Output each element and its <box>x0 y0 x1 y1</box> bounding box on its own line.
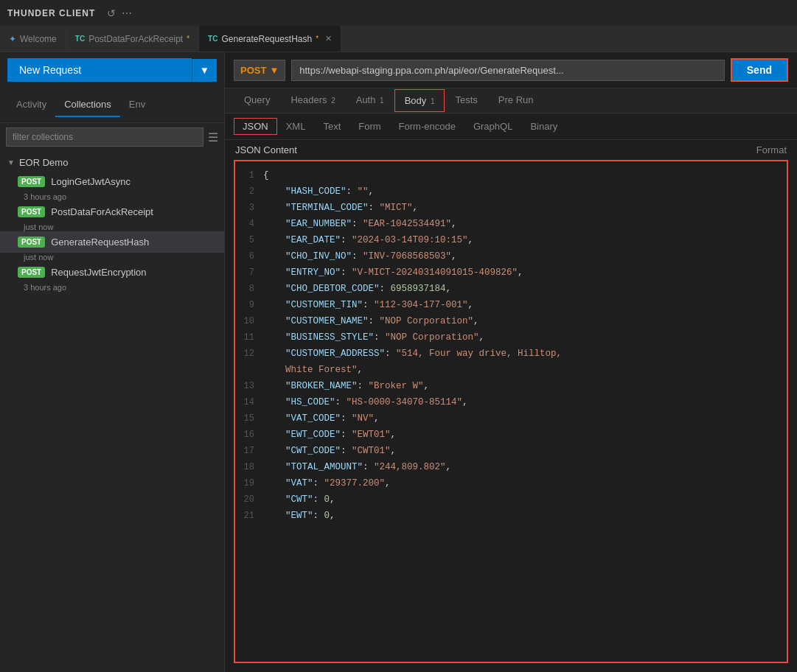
json-line: 17 "CWT_CODE": "CWT01", <box>235 443 787 459</box>
title-bar: THUNDER CLIENT ↺ ⋯ <box>0 0 797 26</box>
json-line: 1 { <box>235 167 787 183</box>
method-label: POST <box>240 65 266 76</box>
sidebar-item-activity[interactable]: Activity <box>7 93 55 117</box>
title-bar-icons: ↺ ⋯ <box>107 7 132 19</box>
json-line: 12 "CUSTOMER_ADDRESS": "514, Four way dr… <box>235 346 787 378</box>
auth-badge: 1 <box>380 97 384 105</box>
json-header: JSON Content Format <box>225 140 797 160</box>
new-request-button[interactable]: New Request <box>7 58 192 82</box>
json-line: 16 "EWT_CODE": "EWT01", <box>235 427 787 443</box>
collection-item-login[interactable]: POST LoginGetJwtAsync <box>0 171 224 192</box>
collections-list: ▼ EOR Demo POST LoginGetJwtAsync 3 hours… <box>0 151 224 672</box>
url-input[interactable] <box>291 60 724 81</box>
url-bar: POST ▼ Send <box>225 52 797 88</box>
item-time-generate: just now <box>0 253 224 262</box>
json-line: 13 "BROKER_NAME": "Broker W", <box>235 378 787 394</box>
json-line: 18 "TOTAL_AMOUNT": "244,809.802", <box>235 459 787 475</box>
app-title: THUNDER CLIENT <box>7 8 95 18</box>
json-line: 15 "VAT_CODE": "NV", <box>235 410 787 427</box>
tab-generate-modified: * <box>316 35 319 43</box>
json-line: 4 "EAR_NUMBER": "EAR-1042534491", <box>235 216 787 232</box>
json-line: 9 "CUSTOMER_TIN": "112-304-177-001", <box>235 297 787 313</box>
tab-generate-close[interactable]: ✕ <box>325 34 332 43</box>
send-button[interactable]: Send <box>731 58 788 82</box>
method-badge-postdata: POST <box>18 206 45 217</box>
tab-generate-label: GenerateRequestHash <box>221 34 312 44</box>
list-item[interactable]: POST PostDataForAckReceipt just now <box>0 201 224 231</box>
json-line: 7 "ENTRY_NO": "V-MICT-20240314091015-409… <box>235 265 787 281</box>
json-content-title: JSON Content <box>235 144 297 155</box>
sidebar-item-collections[interactable]: Collections <box>55 93 120 117</box>
body-tab-xml[interactable]: XML <box>277 118 315 135</box>
item-label-postdata: PostDataForAckReceipt <box>51 206 153 217</box>
body-tab-text[interactable]: Text <box>314 118 349 135</box>
collection-group-name: EOR Demo <box>19 157 68 168</box>
json-line: 6 "CHO_INV_NO": "INV-7068568503", <box>235 248 787 265</box>
sidebar-item-env[interactable]: Env <box>120 93 154 117</box>
body-badge: 1 <box>431 97 435 105</box>
tab-postdata-modified: * <box>187 35 189 43</box>
tab-headers[interactable]: Headers 2 <box>280 88 345 113</box>
tab-tests[interactable]: Tests <box>445 88 487 113</box>
filter-collections-input[interactable] <box>6 127 203 147</box>
main-layout: New Request ▼ Activity Collections Env ☰… <box>0 52 797 672</box>
tab-body[interactable]: Body 1 <box>394 89 445 112</box>
body-sub-tabs: JSON XML Text Form Form-encode GraphQL B… <box>225 113 797 140</box>
content-area: POST ▼ Send Query Headers 2 Auth 1 Body … <box>225 52 797 672</box>
tab-auth[interactable]: Auth 1 <box>346 88 394 113</box>
collection-item-postdata[interactable]: POST PostDataForAckReceipt <box>0 201 224 223</box>
refresh-icon[interactable]: ↺ <box>107 7 116 19</box>
list-item[interactable]: POST RequestJwtEncryption 3 hours ago <box>0 262 224 292</box>
new-request-dropdown-button[interactable]: ▼ <box>192 59 217 82</box>
tab-postdata-label: PostDataForAckReceipt <box>88 34 183 44</box>
list-item[interactable]: POST GenerateRequestHash just now <box>0 231 224 262</box>
json-line: 21 "EWT": 0, <box>235 508 787 524</box>
collection-group-header[interactable]: ▼ EOR Demo <box>0 154 224 171</box>
body-tab-json[interactable]: JSON <box>234 118 277 135</box>
json-line: 5 "EAR_DATE": "2024-03-14T09:10:15", <box>235 232 787 248</box>
tab-tc-icon-postdata: TC <box>75 35 85 43</box>
body-tab-graphql[interactable]: GraphQL <box>464 118 521 135</box>
sidebar-nav: Activity Collections Env <box>0 88 224 123</box>
chevron-down-icon: ▼ <box>7 158 15 167</box>
method-badge-encrypt: POST <box>18 267 45 278</box>
tab-tc-icon-generate: TC <box>208 35 217 43</box>
filter-menu-icon[interactable]: ☰ <box>208 130 218 144</box>
json-line: 11 "BUSINESS_STYLE": "NOP Corporation", <box>235 329 787 346</box>
collection-item-generate[interactable]: POST GenerateRequestHash <box>0 231 224 253</box>
json-line: 2 "HASH_CODE": "", <box>235 183 787 200</box>
item-time-postdata: just now <box>0 223 224 231</box>
json-line: 19 "VAT": "29377.200", <box>235 475 787 491</box>
json-line: 14 "HS_CODE": "HS-0000-34070-85114", <box>235 394 787 410</box>
filter-bar: ☰ <box>0 123 224 151</box>
format-button[interactable]: Format <box>756 144 787 155</box>
json-line: 8 "CHO_DEBTOR_CODE": 6958937184, <box>235 281 787 297</box>
method-select[interactable]: POST ▼ <box>234 60 285 81</box>
tab-generate[interactable]: TC GenerateRequestHash * ✕ <box>199 26 341 52</box>
tab-postdata[interactable]: TC PostDataForAckReceipt * <box>66 26 199 52</box>
body-tab-form[interactable]: Form <box>349 118 389 135</box>
tab-vsc-icon: ✦ <box>9 34 16 44</box>
json-editor[interactable]: 1 { 2 "HASH_CODE": "", 3 "TERMINAL_CODE"… <box>234 160 788 663</box>
headers-badge: 2 <box>331 97 335 105</box>
json-line: 20 "CWT": 0, <box>235 491 787 508</box>
tab-query[interactable]: Query <box>234 88 280 113</box>
method-badge-generate: POST <box>18 237 45 248</box>
tab-welcome[interactable]: ✦ Welcome <box>0 26 66 52</box>
more-icon[interactable]: ⋯ <box>122 7 132 19</box>
body-tab-form-encode[interactable]: Form-encode <box>390 118 464 135</box>
list-item[interactable]: POST LoginGetJwtAsync 3 hours ago <box>0 171 224 201</box>
body-tab-binary[interactable]: Binary <box>521 118 566 135</box>
json-line: 3 "TERMINAL_CODE": "MICT", <box>235 200 787 216</box>
sidebar: New Request ▼ Activity Collections Env ☰… <box>0 52 225 672</box>
item-time-login: 3 hours ago <box>0 192 224 201</box>
collection-item-encrypt[interactable]: POST RequestJwtEncryption <box>0 262 224 283</box>
item-label-login: LoginGetJwtAsync <box>51 176 130 187</box>
request-tabs: Query Headers 2 Auth 1 Body 1 Tests Pre … <box>225 88 797 113</box>
tab-welcome-label: Welcome <box>20 34 57 44</box>
method-dropdown-icon: ▼ <box>269 65 279 76</box>
new-request-bar: New Request ▼ <box>0 52 224 88</box>
tab-prerun[interactable]: Pre Run <box>488 88 544 113</box>
json-line: 10 "CUSTOMER_NAME": "NOP Corporation", <box>235 313 787 329</box>
method-badge-login: POST <box>18 176 45 187</box>
